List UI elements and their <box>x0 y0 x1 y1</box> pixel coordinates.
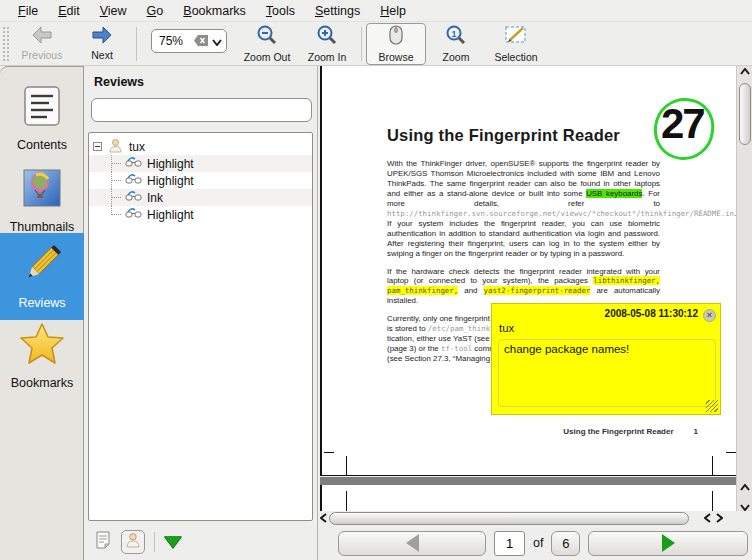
document-page-1[interactable]: 27 Using the Fingerprint Reader With the… <box>320 66 736 476</box>
vertical-scrollbar[interactable] <box>736 66 752 511</box>
previous-page-button[interactable] <box>338 531 486 556</box>
arrow-left-icon <box>31 26 53 48</box>
close-icon[interactable]: × <box>703 309 716 322</box>
horizontal-scroll-thumb[interactable] <box>329 512 689 525</box>
menu-bookmarks[interactable]: Bookmarks <box>173 2 256 20</box>
zoom-tool-icon: 1 <box>445 24 467 50</box>
document-title: Using the Fingerprint Reader <box>387 126 620 145</box>
chevron-down-icon[interactable] <box>212 32 222 50</box>
scroll-up-icon[interactable] <box>737 478 752 496</box>
sidebar-tab-contents[interactable]: Contents <box>0 77 84 158</box>
document-view[interactable]: 27 Using the Fingerprint Reader With the… <box>318 66 736 560</box>
total-pages-button[interactable]: 6 <box>551 531 580 556</box>
scroll-down-icon[interactable] <box>737 497 752 515</box>
crop-mark <box>712 491 713 511</box>
scroll-buttons[interactable] <box>737 478 752 515</box>
zoom-in-icon <box>316 24 338 50</box>
clear-icon[interactable] <box>194 32 208 50</box>
tree-item-annotation[interactable]: Highlight <box>89 155 312 172</box>
svg-text:1: 1 <box>451 29 456 39</box>
scroll-right-icon[interactable] <box>713 513 724 525</box>
document-page-2[interactable] <box>320 485 736 511</box>
menu-bar: File Edit View Go Bookmarks Tools Settin… <box>0 0 752 22</box>
group-by-author-button[interactable] <box>121 530 145 554</box>
paragraph-2: If the hardware check detects the finger… <box>387 267 660 307</box>
ink-annotation-circle[interactable]: 27 <box>654 98 714 160</box>
triangle-right-icon <box>662 534 675 552</box>
note-popup[interactable]: 2008-05-08 11:30:12 × tux change package… <box>491 303 721 415</box>
horizontal-scrollbar[interactable] <box>318 511 736 526</box>
tree-item-annotation[interactable]: Highlight <box>89 206 312 223</box>
page-separator <box>320 477 736 485</box>
menu-edit[interactable]: Edit <box>48 2 90 20</box>
annotation-icon <box>125 173 143 189</box>
menu-file[interactable]: File <box>8 2 48 20</box>
zoom-in-button[interactable]: Zoom In <box>297 23 357 65</box>
filter-dropdown-button[interactable] <box>164 536 182 548</box>
yellow-highlight-annotation[interactable]: yast2-fingerprint-reader <box>484 286 591 295</box>
app-window: File Edit View Go Bookmarks Tools Settin… <box>0 0 752 560</box>
tree-item-annotation[interactable]: Highlight <box>89 172 312 189</box>
zoom-out-button[interactable]: Zoom Out <box>237 23 297 65</box>
scroll-up-icon[interactable] <box>737 68 752 77</box>
menu-help[interactable]: Help <box>370 2 416 20</box>
crop-mark <box>324 452 334 453</box>
pencil-icon <box>19 241 65 291</box>
mouse-icon <box>386 24 406 50</box>
reviews-search-input[interactable] <box>91 98 312 122</box>
contents-icon <box>19 83 65 133</box>
tree-item-author[interactable]: tux <box>89 138 312 155</box>
reviews-panel: Reviews tux Highlight Highlight Ink <box>85 66 318 560</box>
zoom-tool-button[interactable]: 1 Zoom <box>426 23 486 65</box>
arrow-right-icon <box>91 26 113 48</box>
browse-tool-button[interactable]: Browse <box>366 23 426 65</box>
crop-mark <box>726 452 736 453</box>
selection-icon <box>504 24 528 50</box>
group-by-page-button[interactable] <box>91 530 115 554</box>
chapter-number: 27 <box>661 100 704 148</box>
sidebar-tab-reviews[interactable]: Reviews <box>0 233 84 320</box>
thumbnails-icon <box>19 165 65 215</box>
green-highlight-annotation[interactable]: USB keyboards <box>586 189 642 198</box>
annotation-icon <box>125 190 143 206</box>
triangle-left-icon <box>406 534 419 552</box>
reviews-panel-footer <box>85 524 318 560</box>
menu-go[interactable]: Go <box>137 2 174 20</box>
zoom-combobox[interactable]: 75% <box>151 29 227 53</box>
person-icon <box>108 138 123 156</box>
sidebar-tabbar: Contents Thumbnails Reviews Bookmarks <box>0 66 84 560</box>
page-navigation-bar: of 6 <box>318 526 752 560</box>
note-author: tux <box>499 322 514 334</box>
toolbar-separator <box>136 27 137 61</box>
person-icon <box>125 532 141 552</box>
main-toolbar: Previous Next 75% Zoom Out Zoom In Brows… <box>0 22 752 66</box>
crop-mark <box>346 456 347 476</box>
footer-separator <box>154 532 155 552</box>
sidebar-tab-thumbnails[interactable]: Thumbnails <box>0 159 84 240</box>
page-icon <box>95 531 111 553</box>
toolbar-drag-handle[interactable] <box>2 26 10 62</box>
sidebar-tab-bookmarks[interactable]: Bookmarks <box>0 315 84 396</box>
resize-grip-icon[interactable] <box>706 400 718 412</box>
current-page-input[interactable] <box>494 531 525 556</box>
tree-item-annotation[interactable]: Ink <box>89 189 312 206</box>
paragraph-1: With the ThinkFinger driver, openSUSE® s… <box>387 159 660 259</box>
expander-icon[interactable] <box>93 142 102 151</box>
previous-button[interactable]: Previous <box>12 23 72 65</box>
dropdown-triangle-icon <box>164 536 182 548</box>
next-page-button[interactable] <box>588 531 748 556</box>
annotations-tree: tux Highlight Highlight Ink Highlight <box>88 132 313 521</box>
zoom-out-icon <box>256 24 278 50</box>
menu-view[interactable]: View <box>90 2 137 20</box>
note-text-area[interactable]: change package names! <box>498 339 716 407</box>
scroll-left-icon[interactable] <box>318 513 329 525</box>
menu-settings[interactable]: Settings <box>305 2 370 20</box>
vertical-scroll-thumb[interactable] <box>739 83 751 145</box>
star-icon <box>19 321 65 371</box>
reviews-panel-title: Reviews <box>94 75 144 89</box>
next-button[interactable]: Next <box>72 23 132 65</box>
menu-tools[interactable]: Tools <box>256 2 305 20</box>
selection-tool-button[interactable]: Selection <box>486 23 546 65</box>
scroll-left-icon[interactable] <box>702 513 713 525</box>
crop-mark <box>712 456 713 476</box>
